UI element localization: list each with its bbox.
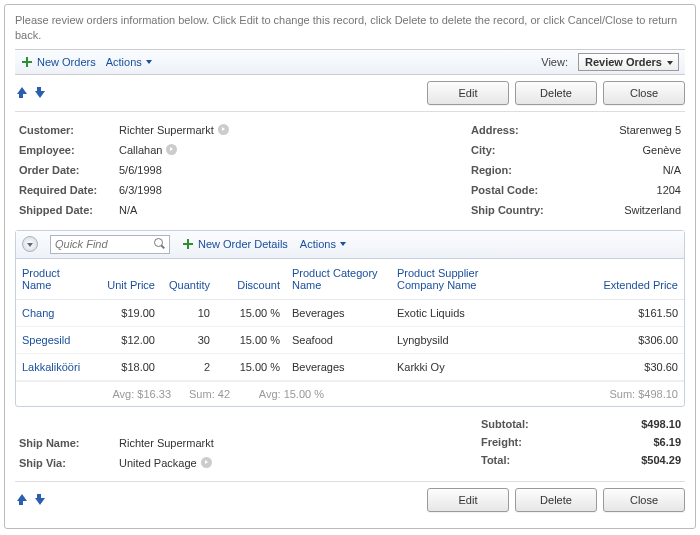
ship-name-label: Ship Name: <box>19 437 119 449</box>
col-quantity[interactable]: Quantity <box>161 259 216 300</box>
order-date-label: Order Date: <box>19 164 119 176</box>
search-icon[interactable] <box>154 238 166 250</box>
ship-name-value: Richter Supermarkt <box>119 437 214 449</box>
aggr-sum-qty: Sum: 42 <box>175 388 230 400</box>
prev-record-icon[interactable] <box>15 86 27 100</box>
col-supplier[interactable]: Product Supplier Company Name <box>391 259 511 300</box>
quick-find-input[interactable] <box>50 235 170 254</box>
table-row[interactable]: Chang$19.001015.00 %BeveragesExotic Liqu… <box>16 299 684 326</box>
cell-extended: $161.50 <box>511 299 684 326</box>
view-select[interactable]: Review Orders <box>578 53 679 71</box>
customer-label: Customer: <box>19 124 119 136</box>
freight-value: $6.19 <box>653 436 681 448</box>
bottom-button-row: Edit Delete Close <box>15 481 685 518</box>
subtotal-label: Subtotal: <box>481 418 529 430</box>
plus-icon <box>21 56 33 68</box>
cell-supplier: Exotic Liquids <box>391 299 511 326</box>
required-date-label: Required Date: <box>19 184 119 196</box>
goto-icon[interactable] <box>201 457 212 468</box>
customer-value: Richter Supermarkt <box>119 124 214 136</box>
cell-discount: 15.00 % <box>216 353 286 380</box>
close-button[interactable]: Close <box>603 488 685 512</box>
address-value: Starenweg 5 <box>619 124 681 136</box>
total-value: $504.29 <box>641 454 681 466</box>
table-row[interactable]: Spegesild$12.003015.00 %SeafoodLyngbysil… <box>16 326 684 353</box>
expand-toggle-icon[interactable] <box>22 236 38 252</box>
grid-actions-menu[interactable]: Actions <box>300 238 346 250</box>
main-toolbar: New Orders Actions View: Review Orders <box>15 49 685 75</box>
next-record-icon[interactable] <box>33 493 45 507</box>
total-label: Total: <box>481 454 510 466</box>
edit-button[interactable]: Edit <box>427 81 509 105</box>
plus-icon <box>182 238 194 250</box>
cell-supplier: Karkki Oy <box>391 353 511 380</box>
cell-qty: 2 <box>161 353 216 380</box>
delete-button[interactable]: Delete <box>515 81 597 105</box>
cell-product[interactable]: Chang <box>16 299 96 326</box>
goto-icon[interactable] <box>166 144 177 155</box>
next-record-icon[interactable] <box>33 86 45 100</box>
region-label: Region: <box>471 164 566 176</box>
actions-label: Actions <box>106 56 142 68</box>
cell-unit-price: $19.00 <box>96 299 161 326</box>
col-unit-price[interactable]: Unit Price <box>96 259 161 300</box>
table-row[interactable]: Lakkalikööri$18.00215.00 %BeveragesKarkk… <box>16 353 684 380</box>
cell-extended: $306.00 <box>511 326 684 353</box>
col-category[interactable]: Product Category Name <box>286 259 391 300</box>
grid-toolbar: New Order Details Actions <box>16 231 684 259</box>
chevron-down-icon <box>340 242 346 246</box>
order-date-value: 5/6/1998 <box>119 164 162 176</box>
postal-code-label: Postal Code: <box>471 184 566 196</box>
subtotal-value: $498.10 <box>641 418 681 430</box>
delete-button[interactable]: Delete <box>515 488 597 512</box>
aggr-avg-price: Avg: $16.33 <box>106 388 171 400</box>
ship-via-label: Ship Via: <box>19 457 119 469</box>
col-discount[interactable]: Discount <box>216 259 286 300</box>
cell-category: Beverages <box>286 299 391 326</box>
intro-text: Please review orders information below. … <box>15 13 685 43</box>
prev-record-icon[interactable] <box>15 493 27 507</box>
shipped-date-value: N/A <box>119 204 137 216</box>
cell-category: Beverages <box>286 353 391 380</box>
order-details: Customer:Richter Supermarkt Employee:Cal… <box>15 112 685 230</box>
freight-label: Freight: <box>481 436 522 448</box>
address-label: Address: <box>471 124 566 136</box>
cell-supplier: Lyngbysild <box>391 326 511 353</box>
new-orders-link[interactable]: New Orders <box>21 56 96 68</box>
new-order-details-link[interactable]: New Order Details <box>182 238 288 250</box>
chevron-down-icon <box>146 60 152 64</box>
cell-extended: $30.60 <box>511 353 684 380</box>
cell-product[interactable]: Spegesild <box>16 326 96 353</box>
col-extended[interactable]: Extended Price <box>511 259 684 300</box>
city-value: Genève <box>642 144 681 156</box>
top-button-row: Edit Delete Close <box>15 75 685 112</box>
ship-via-value: United Package <box>119 457 197 469</box>
cell-discount: 15.00 % <box>216 326 286 353</box>
summary-section: Ship Name:Richter Supermarkt Ship Via:Un… <box>15 407 685 473</box>
shipped-date-label: Shipped Date: <box>19 204 119 216</box>
close-button[interactable]: Close <box>603 81 685 105</box>
col-product-name[interactable]: Product Name <box>16 259 96 300</box>
order-details-grid: New Order Details Actions Product Name U… <box>15 230 685 407</box>
details-table: Product Name Unit Price Quantity Discoun… <box>16 259 684 381</box>
city-label: City: <box>471 144 566 156</box>
postal-code-value: 1204 <box>657 184 681 196</box>
employee-value: Callahan <box>119 144 162 156</box>
aggregate-row: Avg: $16.33 Sum: 42 Avg: 15.00 % Sum: $4… <box>16 381 684 406</box>
edit-button[interactable]: Edit <box>427 488 509 512</box>
actions-menu[interactable]: Actions <box>106 56 152 68</box>
region-value: N/A <box>663 164 681 176</box>
cell-product[interactable]: Lakkalikööri <box>16 353 96 380</box>
cell-qty: 30 <box>161 326 216 353</box>
cell-unit-price: $12.00 <box>96 326 161 353</box>
aggr-sum-ext: Sum: $498.10 <box>610 388 679 400</box>
goto-icon[interactable] <box>218 124 229 135</box>
view-label: View: <box>541 56 568 68</box>
cell-discount: 15.00 % <box>216 299 286 326</box>
cell-unit-price: $18.00 <box>96 353 161 380</box>
ship-country-label: Ship Country: <box>471 204 566 216</box>
ship-country-value: Switzerland <box>624 204 681 216</box>
required-date-value: 6/3/1998 <box>119 184 162 196</box>
aggr-avg-disc: Avg: 15.00 % <box>234 388 324 400</box>
employee-label: Employee: <box>19 144 119 156</box>
